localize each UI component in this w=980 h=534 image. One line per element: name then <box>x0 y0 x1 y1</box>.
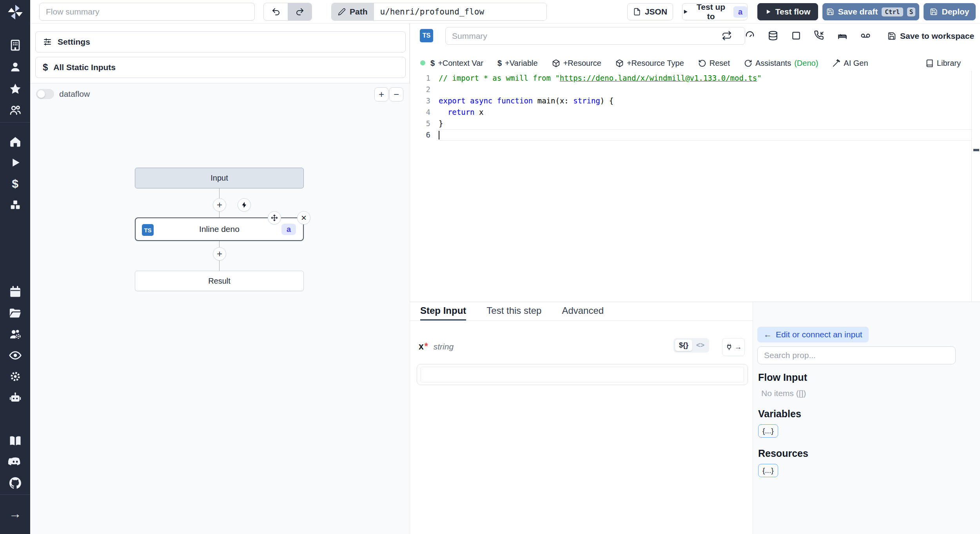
sidebar-item-variables[interactable]: $ <box>0 175 30 193</box>
search-prop-input[interactable] <box>757 346 956 364</box>
sidebar-item-docs[interactable] <box>0 432 30 450</box>
flow-summary-input[interactable] <box>39 3 255 21</box>
add-variable-button[interactable]: $+Variable <box>497 59 538 68</box>
star-icon <box>9 82 22 96</box>
insert-step-button[interactable]: + <box>213 198 226 212</box>
topbar: Path JSON Test up to a Test flow Save dr… <box>30 0 980 24</box>
lsp-status-dot <box>420 60 425 65</box>
node-input[interactable]: Input <box>135 168 304 188</box>
code-line[interactable] <box>439 84 972 95</box>
sidebar-item-discord[interactable] <box>0 453 30 471</box>
connect-section-chip[interactable]: {...} <box>758 424 778 438</box>
square-icon[interactable] <box>791 31 801 41</box>
windmill-logo-icon <box>7 4 24 21</box>
add-resource-type-button[interactable]: +Resource Type <box>615 59 684 68</box>
move-step-button[interactable] <box>268 211 281 224</box>
package-icon <box>552 59 560 67</box>
flow-graph: dataflow + − Input + TS Inline <box>30 83 410 534</box>
phone-incoming-icon[interactable] <box>814 31 824 41</box>
sidebar-item-schedules[interactable] <box>0 283 30 301</box>
step-summary-input[interactable] <box>445 27 745 45</box>
dollar-icon: $ <box>43 62 48 73</box>
move-icon <box>270 214 278 222</box>
kbd-ctrl: Ctrl <box>882 7 903 16</box>
sidebar-item-folders[interactable] <box>0 304 30 322</box>
add-resource-button[interactable]: +Resource <box>552 59 601 68</box>
code-line[interactable]: return x <box>439 107 972 118</box>
gear-icon <box>9 370 22 383</box>
sidebar-item-github[interactable] <box>0 474 30 492</box>
sidebar-item-home[interactable] <box>0 132 30 150</box>
sidebar-item-audit-logs[interactable] <box>0 346 30 364</box>
ai-gen-label: AI Gen <box>844 59 868 68</box>
code-mode-button[interactable]: <> <box>693 340 708 351</box>
file-icon <box>633 8 641 16</box>
ai-gen-button[interactable]: AI Gen <box>832 59 868 68</box>
json-button-label: JSON <box>645 7 667 16</box>
bed-icon[interactable] <box>837 31 848 41</box>
all-static-inputs-button[interactable]: $ All Static Inputs <box>35 57 406 78</box>
windmill-logo[interactable] <box>0 3 30 21</box>
sidebar-item-workspace[interactable] <box>0 36 30 54</box>
sidebar-item-favorites[interactable] <box>0 80 30 98</box>
zoom-out-button[interactable]: − <box>389 87 403 101</box>
save-to-workspace-button[interactable]: Save to workspace <box>887 31 974 41</box>
dataflow-toggle[interactable] <box>36 89 54 99</box>
undo-button[interactable] <box>264 3 288 20</box>
sidebar-expand-button[interactable]: → <box>0 505 30 523</box>
arg-value-editor[interactable] <box>417 364 748 385</box>
json-mode-button[interactable]: ${} <box>675 340 692 351</box>
flow-settings-button[interactable]: Settings <box>35 31 406 52</box>
sidebar-item-settings[interactable] <box>0 367 30 386</box>
connect-section-empty: No items ([]) <box>761 389 975 398</box>
add-context-var-button[interactable]: $+Context Var <box>430 59 483 68</box>
gauge-icon[interactable] <box>745 31 755 41</box>
add-resource-label: +Resource <box>563 59 601 68</box>
code-line[interactable] <box>439 129 972 141</box>
assistants-button[interactable]: Assistants (Deno) <box>744 59 818 68</box>
sidebar-item-groups[interactable] <box>0 101 30 119</box>
plug-icon <box>725 343 733 351</box>
path-edit-button[interactable]: Path <box>332 3 374 20</box>
arrow-left-icon: ← <box>764 330 772 339</box>
sidebar-item-runs[interactable] <box>0 154 30 172</box>
redo-button[interactable] <box>288 3 312 20</box>
tab-test-this-step[interactable]: Test this step <box>486 302 541 320</box>
connect-section-chip[interactable]: {...} <box>758 464 778 477</box>
code-line[interactable]: } <box>439 118 972 129</box>
edge <box>219 188 220 199</box>
resize-handle[interactable] <box>973 149 979 151</box>
test-flow-button[interactable]: Test flow <box>757 3 818 20</box>
connect-input-button[interactable]: → <box>722 338 745 356</box>
deploy-button[interactable]: Deploy <box>924 3 976 20</box>
node-result[interactable]: Result <box>135 271 304 291</box>
delete-step-button[interactable]: × <box>297 211 310 224</box>
code-editor[interactable]: 123456 // import * as wmill from "https:… <box>410 71 972 302</box>
edit-or-connect-button[interactable]: ← Edit or connect an input <box>757 327 869 342</box>
repeat-icon[interactable] <box>722 31 732 41</box>
sidebar-item-workers[interactable] <box>0 325 30 343</box>
connect-section-title: Variables <box>758 408 975 420</box>
arg-value-input[interactable] <box>421 367 744 382</box>
reset-button[interactable]: Reset <box>698 59 730 68</box>
tab-step-input[interactable]: Step Input <box>420 302 466 320</box>
database-icon[interactable] <box>768 31 778 41</box>
sidebar-item-ai[interactable] <box>0 389 30 407</box>
json-button[interactable]: JSON <box>627 3 673 20</box>
voicemail-icon[interactable] <box>860 31 871 41</box>
insert-step-button[interactable]: + <box>213 247 226 261</box>
code-line[interactable]: export async function main(x: string) { <box>439 95 972 107</box>
editor-toolbar: $+Context Var $+Variable +Resource +Reso… <box>430 56 972 71</box>
save-draft-button[interactable]: Save draft CtrlS <box>822 3 919 20</box>
trigger-button[interactable] <box>238 198 251 212</box>
tab-advanced[interactable]: Advanced <box>562 302 604 320</box>
sidebar-item-user[interactable] <box>0 58 30 76</box>
code-line[interactable]: // import * as wmill from "https://deno.… <box>439 72 972 84</box>
path-input[interactable] <box>374 3 546 20</box>
test-up-to-button[interactable]: Test up to a <box>682 3 748 20</box>
sidebar-item-resources[interactable] <box>0 196 30 214</box>
add-variable-label: +Variable <box>505 59 538 68</box>
zoom-in-button[interactable]: + <box>374 87 388 101</box>
save-icon <box>826 8 834 16</box>
library-button[interactable]: Library <box>926 59 972 68</box>
